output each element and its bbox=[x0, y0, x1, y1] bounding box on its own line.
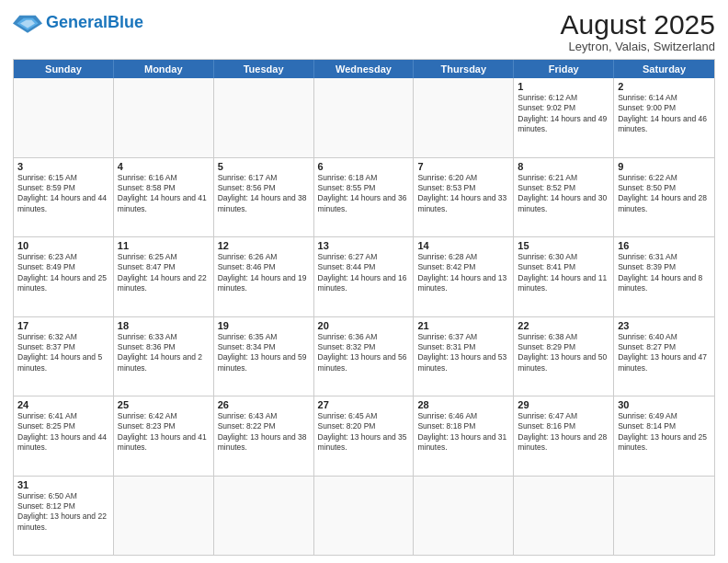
day-number: 31 bbox=[17, 479, 109, 490]
day-number: 21 bbox=[417, 320, 509, 331]
calendar-cell bbox=[514, 477, 614, 556]
calendar-cell: 29Sunrise: 6:47 AM Sunset: 8:16 PM Dayli… bbox=[514, 396, 614, 476]
day-info: Sunrise: 6:37 AM Sunset: 8:31 PM Dayligh… bbox=[417, 332, 509, 374]
day-number: 13 bbox=[318, 240, 410, 251]
day-number: 16 bbox=[618, 240, 711, 251]
calendar-cell: 13Sunrise: 6:27 AM Sunset: 8:44 PM Dayli… bbox=[314, 237, 415, 316]
calendar-cell bbox=[14, 78, 114, 157]
page: GeneralBlue August 2025 Leytron, Valais,… bbox=[0, 0, 728, 563]
general-blue-icon bbox=[13, 9, 42, 35]
weekday-saturday: Saturday bbox=[614, 60, 714, 78]
day-info: Sunrise: 6:33 AM Sunset: 8:36 PM Dayligh… bbox=[118, 332, 210, 374]
calendar-cell: 6Sunrise: 6:18 AM Sunset: 8:55 PM Daylig… bbox=[314, 158, 415, 237]
day-info: Sunrise: 6:14 AM Sunset: 9:00 PM Dayligh… bbox=[618, 93, 711, 135]
calendar-cell: 25Sunrise: 6:42 AM Sunset: 8:23 PM Dayli… bbox=[114, 396, 214, 476]
calendar-cell bbox=[414, 78, 514, 157]
calendar-header: Sunday Monday Tuesday Wednesday Thursday… bbox=[14, 60, 714, 78]
day-info: Sunrise: 6:32 AM Sunset: 8:37 PM Dayligh… bbox=[17, 332, 109, 374]
calendar-cell: 31Sunrise: 6:50 AM Sunset: 8:12 PM Dayli… bbox=[14, 477, 114, 556]
calendar-cell: 2Sunrise: 6:14 AM Sunset: 9:00 PM Daylig… bbox=[614, 78, 714, 157]
day-number: 30 bbox=[618, 399, 711, 410]
calendar-row: 1Sunrise: 6:12 AM Sunset: 9:02 PM Daylig… bbox=[14, 78, 714, 157]
header: GeneralBlue August 2025 Leytron, Valais,… bbox=[13, 9, 715, 53]
weekday-monday: Monday bbox=[114, 60, 214, 78]
day-number: 3 bbox=[17, 161, 109, 172]
day-info: Sunrise: 6:18 AM Sunset: 8:55 PM Dayligh… bbox=[318, 173, 410, 215]
calendar-cell: 30Sunrise: 6:49 AM Sunset: 8:14 PM Dayli… bbox=[614, 396, 714, 476]
day-number: 27 bbox=[318, 399, 410, 410]
main-title: August 2025 bbox=[561, 9, 715, 40]
calendar-row: 3Sunrise: 6:15 AM Sunset: 8:59 PM Daylig… bbox=[14, 157, 714, 237]
calendar-cell bbox=[614, 477, 714, 556]
day-info: Sunrise: 6:40 AM Sunset: 8:27 PM Dayligh… bbox=[618, 332, 711, 374]
calendar-cell: 10Sunrise: 6:23 AM Sunset: 8:49 PM Dayli… bbox=[14, 237, 114, 316]
day-info: Sunrise: 6:17 AM Sunset: 8:56 PM Dayligh… bbox=[218, 173, 310, 215]
day-info: Sunrise: 6:50 AM Sunset: 8:12 PM Dayligh… bbox=[17, 491, 109, 534]
day-info: Sunrise: 6:12 AM Sunset: 9:02 PM Dayligh… bbox=[518, 93, 609, 135]
day-info: Sunrise: 6:31 AM Sunset: 8:39 PM Dayligh… bbox=[618, 252, 711, 294]
calendar-cell bbox=[114, 477, 214, 556]
day-info: Sunrise: 6:22 AM Sunset: 8:50 PM Dayligh… bbox=[618, 173, 711, 215]
day-number: 1 bbox=[518, 81, 609, 92]
calendar-row: 24Sunrise: 6:41 AM Sunset: 8:25 PM Dayli… bbox=[14, 396, 714, 476]
day-info: Sunrise: 6:45 AM Sunset: 8:20 PM Dayligh… bbox=[318, 411, 410, 454]
calendar-cell: 24Sunrise: 6:41 AM Sunset: 8:25 PM Dayli… bbox=[14, 396, 114, 476]
calendar-body: 1Sunrise: 6:12 AM Sunset: 9:02 PM Daylig… bbox=[14, 78, 714, 555]
day-info: Sunrise: 6:27 AM Sunset: 8:44 PM Dayligh… bbox=[318, 252, 410, 294]
calendar-cell: 8Sunrise: 6:21 AM Sunset: 8:52 PM Daylig… bbox=[514, 158, 614, 237]
day-number: 4 bbox=[118, 161, 210, 172]
day-number: 9 bbox=[618, 161, 711, 172]
day-info: Sunrise: 6:42 AM Sunset: 8:23 PM Dayligh… bbox=[118, 411, 210, 454]
day-info: Sunrise: 6:46 AM Sunset: 8:18 PM Dayligh… bbox=[417, 411, 509, 454]
calendar-cell: 21Sunrise: 6:37 AM Sunset: 8:31 PM Dayli… bbox=[414, 317, 514, 396]
day-number: 10 bbox=[17, 240, 109, 251]
day-info: Sunrise: 6:15 AM Sunset: 8:59 PM Dayligh… bbox=[17, 173, 109, 215]
calendar-cell: 5Sunrise: 6:17 AM Sunset: 8:56 PM Daylig… bbox=[214, 158, 314, 237]
calendar-cell: 19Sunrise: 6:35 AM Sunset: 8:34 PM Dayli… bbox=[214, 317, 314, 396]
day-info: Sunrise: 6:49 AM Sunset: 8:14 PM Dayligh… bbox=[618, 411, 711, 454]
day-info: Sunrise: 6:25 AM Sunset: 8:47 PM Dayligh… bbox=[118, 252, 210, 294]
calendar-cell bbox=[314, 477, 415, 556]
calendar: Sunday Monday Tuesday Wednesday Thursday… bbox=[13, 59, 715, 556]
day-number: 8 bbox=[518, 161, 609, 172]
day-info: Sunrise: 6:23 AM Sunset: 8:49 PM Dayligh… bbox=[17, 252, 109, 294]
day-info: Sunrise: 6:47 AM Sunset: 8:16 PM Dayligh… bbox=[518, 411, 609, 454]
day-number: 22 bbox=[518, 320, 609, 331]
calendar-cell bbox=[414, 477, 514, 556]
day-number: 6 bbox=[318, 161, 410, 172]
logo-text: GeneralBlue bbox=[46, 14, 143, 30]
calendar-cell: 14Sunrise: 6:28 AM Sunset: 8:42 PM Dayli… bbox=[414, 237, 514, 316]
day-number: 5 bbox=[218, 161, 310, 172]
logo: GeneralBlue bbox=[13, 9, 143, 35]
weekday-friday: Friday bbox=[514, 60, 614, 78]
title-block: August 2025 Leytron, Valais, Switzerland bbox=[561, 9, 715, 53]
day-info: Sunrise: 6:16 AM Sunset: 8:58 PM Dayligh… bbox=[118, 173, 210, 215]
calendar-cell: 26Sunrise: 6:43 AM Sunset: 8:22 PM Dayli… bbox=[214, 396, 314, 476]
day-info: Sunrise: 6:26 AM Sunset: 8:46 PM Dayligh… bbox=[218, 252, 310, 294]
day-info: Sunrise: 6:35 AM Sunset: 8:34 PM Dayligh… bbox=[218, 332, 310, 374]
day-number: 25 bbox=[118, 399, 210, 410]
calendar-cell: 20Sunrise: 6:36 AM Sunset: 8:32 PM Dayli… bbox=[314, 317, 415, 396]
logo-general: General bbox=[46, 13, 108, 31]
day-number: 29 bbox=[518, 399, 609, 410]
calendar-cell bbox=[214, 477, 314, 556]
day-info: Sunrise: 6:21 AM Sunset: 8:52 PM Dayligh… bbox=[518, 173, 609, 215]
weekday-sunday: Sunday bbox=[14, 60, 114, 78]
calendar-cell: 9Sunrise: 6:22 AM Sunset: 8:50 PM Daylig… bbox=[614, 158, 714, 237]
day-info: Sunrise: 6:30 AM Sunset: 8:41 PM Dayligh… bbox=[518, 252, 609, 294]
calendar-cell: 12Sunrise: 6:26 AM Sunset: 8:46 PM Dayli… bbox=[214, 237, 314, 316]
day-number: 15 bbox=[518, 240, 609, 251]
day-info: Sunrise: 6:28 AM Sunset: 8:42 PM Dayligh… bbox=[417, 252, 509, 294]
calendar-cell: 11Sunrise: 6:25 AM Sunset: 8:47 PM Dayli… bbox=[114, 237, 214, 316]
calendar-row: 31Sunrise: 6:50 AM Sunset: 8:12 PM Dayli… bbox=[14, 476, 714, 556]
day-number: 17 bbox=[17, 320, 109, 331]
day-number: 24 bbox=[17, 399, 109, 410]
day-number: 7 bbox=[417, 161, 509, 172]
calendar-row: 17Sunrise: 6:32 AM Sunset: 8:37 PM Dayli… bbox=[14, 316, 714, 396]
subtitle: Leytron, Valais, Switzerland bbox=[561, 40, 715, 53]
calendar-cell: 18Sunrise: 6:33 AM Sunset: 8:36 PM Dayli… bbox=[114, 317, 214, 396]
calendar-cell: 22Sunrise: 6:38 AM Sunset: 8:29 PM Dayli… bbox=[514, 317, 614, 396]
calendar-cell: 3Sunrise: 6:15 AM Sunset: 8:59 PM Daylig… bbox=[14, 158, 114, 237]
day-number: 2 bbox=[618, 81, 711, 92]
day-number: 23 bbox=[618, 320, 711, 331]
